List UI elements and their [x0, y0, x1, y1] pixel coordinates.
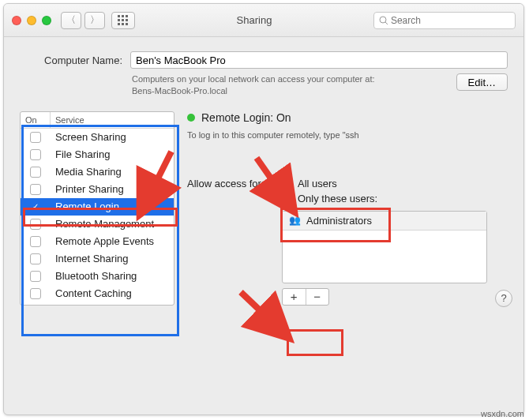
- service-row-printer-sharing[interactable]: Printer Sharing: [21, 181, 174, 198]
- service-checkbox[interactable]: [30, 132, 41, 143]
- remove-user-button[interactable]: −: [306, 289, 329, 305]
- service-label: Content Caching: [51, 287, 174, 299]
- service-row-internet-sharing[interactable]: Internet Sharing: [21, 250, 174, 268]
- close-icon[interactable]: [12, 16, 21, 25]
- svg-rect-5: [126, 19, 128, 21]
- window-controls: [12, 16, 51, 25]
- svg-rect-2: [126, 15, 128, 17]
- service-row-remote-login[interactable]: ✓Remote Login: [21, 198, 174, 216]
- titlebar: 〈 〉 Sharing: [4, 4, 523, 37]
- service-checkbox[interactable]: [30, 149, 41, 160]
- nav-buttons: 〈 〉: [61, 12, 105, 29]
- svg-rect-0: [118, 15, 120, 17]
- radio-all-label: All users: [298, 178, 337, 189]
- hint-line-2: Bens-MacBook-Pro.local: [132, 85, 375, 97]
- service-row-bluetooth-sharing[interactable]: Bluetooth Sharing: [21, 268, 174, 285]
- service-row-file-sharing[interactable]: File Sharing: [21, 146, 174, 163]
- status-indicator-icon: [187, 114, 195, 122]
- zoom-icon[interactable]: [42, 16, 51, 25]
- col-on: On: [21, 112, 51, 128]
- service-checkbox[interactable]: [30, 219, 41, 230]
- status-label: Remote Login: On: [201, 111, 291, 124]
- service-checkbox[interactable]: [30, 184, 41, 195]
- service-label: Internet Sharing: [51, 253, 174, 264]
- svg-point-9: [380, 17, 386, 23]
- col-service: Service: [51, 112, 174, 128]
- service-label: Printer Sharing: [51, 183, 174, 195]
- services-table: On Service Screen SharingFile SharingMed…: [20, 111, 174, 306]
- service-label: Media Sharing: [51, 166, 174, 178]
- back-button[interactable]: 〈: [61, 12, 81, 29]
- service-row-remote-apple-events[interactable]: Remote Apple Events: [21, 233, 174, 250]
- help-button[interactable]: ?: [495, 290, 512, 307]
- computer-name-hint: Computers on your local network can acce…: [132, 73, 375, 97]
- service-row-remote-management[interactable]: Remote Management: [21, 216, 174, 233]
- search-field[interactable]: [373, 12, 516, 29]
- service-row-media-sharing[interactable]: Media Sharing: [21, 163, 174, 181]
- service-checkbox[interactable]: [30, 253, 41, 264]
- service-row-screen-sharing[interactable]: Screen Sharing: [21, 129, 174, 146]
- service-checkbox[interactable]: [30, 288, 41, 299]
- grid-icon: [118, 15, 129, 26]
- service-label: Remote Login: [51, 201, 174, 212]
- annotation-red-box-addremove: [287, 329, 343, 356]
- group-icon: 👥: [289, 215, 302, 226]
- services-header: On Service: [21, 112, 174, 129]
- add-user-button[interactable]: +: [283, 289, 306, 305]
- svg-rect-4: [122, 19, 124, 21]
- service-label: Remote Apple Events: [51, 235, 174, 247]
- service-label: Bluetooth Sharing: [51, 270, 174, 282]
- service-detail: Remote Login: On To log in to this compu…: [187, 111, 508, 306]
- search-input[interactable]: [391, 15, 510, 26]
- svg-rect-8: [126, 23, 128, 25]
- search-icon: [379, 16, 388, 25]
- window-title: Sharing: [135, 14, 373, 26]
- radio-icon: [282, 178, 293, 189]
- computer-name-label: Computer Name:: [28, 54, 122, 66]
- computer-name-row: Computer Name:: [28, 51, 508, 69]
- allow-access-label: Allow access for:: [187, 178, 274, 189]
- login-instruction: To log in to this computer remotely, typ…: [187, 130, 508, 140]
- list-item[interactable]: 👥 Administrators: [283, 212, 486, 231]
- preferences-window: 〈 〉 Sharing Computer Name: Computers on …: [3, 3, 524, 415]
- service-label: Screen Sharing: [51, 131, 174, 143]
- svg-rect-1: [122, 15, 124, 17]
- radio-only-users[interactable]: Only these users:: [282, 193, 377, 204]
- hint-line-1: Computers on your local network can acce…: [132, 73, 375, 85]
- radio-all-users[interactable]: All users: [282, 178, 377, 189]
- service-label: Remote Management: [51, 218, 174, 230]
- service-label: File Sharing: [51, 148, 174, 160]
- service-row-content-caching[interactable]: Content Caching: [21, 285, 174, 302]
- service-checkbox[interactable]: [30, 167, 41, 178]
- edit-hostname-button[interactable]: Edit…: [456, 73, 508, 91]
- service-checkbox[interactable]: [30, 236, 41, 247]
- svg-rect-6: [118, 23, 120, 25]
- service-checkbox[interactable]: ✓: [30, 201, 41, 212]
- svg-rect-3: [118, 19, 120, 21]
- svg-rect-7: [122, 23, 124, 25]
- minimize-icon[interactable]: [27, 16, 36, 25]
- content: Computer Name: Computers on your local n…: [4, 37, 523, 315]
- radio-icon: [282, 193, 293, 204]
- forward-button[interactable]: 〉: [84, 12, 105, 29]
- service-checkbox[interactable]: [30, 271, 41, 282]
- users-list[interactable]: 👥 Administrators: [282, 211, 487, 283]
- svg-line-10: [385, 22, 388, 24]
- show-all-button[interactable]: [111, 12, 135, 29]
- add-remove-control: + −: [282, 288, 329, 306]
- computer-name-field[interactable]: [130, 51, 508, 69]
- radio-only-label: Only these users:: [298, 193, 377, 204]
- user-group-label: Administrators: [306, 215, 372, 227]
- watermark: wsxdn.com: [481, 409, 524, 418]
